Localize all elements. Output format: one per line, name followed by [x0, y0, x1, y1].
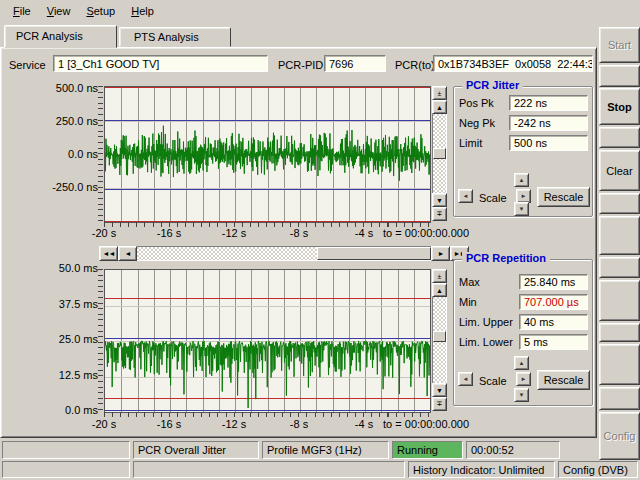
rescale-button[interactable]: Rescale	[537, 370, 590, 390]
readout-label: Neg Pk	[459, 117, 509, 129]
pcr-to-value-field: 0x1B734B3EF 0x0058 22:44:3	[433, 55, 593, 72]
vertical-scroll-thumb[interactable]	[433, 148, 446, 159]
softkey-blank[interactable]	[599, 280, 640, 321]
vertical-scroll-track[interactable]	[432, 297, 447, 383]
repetition-y-axis: 50.0 ms37.5 ms25.0 ms12.5 ms0.0 ms	[21, 48, 98, 437]
softkey-blank[interactable]	[599, 344, 640, 385]
rescale-button[interactable]: Rescale	[537, 187, 590, 207]
scale-expand-icon[interactable]: ±	[432, 269, 447, 283]
pcr-jitter-panel: PCR Jitter Pos Pk222 nsNeg Pk-242 nsLimi…	[453, 86, 593, 217]
readout-value: 5 ms	[519, 334, 588, 350]
readout-label: Limit	[459, 137, 509, 149]
scale-label: Scale	[479, 375, 507, 387]
vertical-scroll-track[interactable]	[432, 114, 447, 193]
pcr-pid-value-field: 7696	[324, 55, 386, 72]
scroll-up-icon[interactable]: ▲	[432, 283, 447, 297]
repetition-x-ruler	[104, 412, 429, 417]
chart-canvas	[105, 270, 430, 412]
chart-canvas	[105, 87, 430, 222]
scale-compress-icon[interactable]: ∓	[432, 397, 447, 411]
readout-value: 40 ms	[519, 314, 588, 330]
scroll-far-left-icon[interactable]: ◄◄	[99, 246, 118, 261]
status-measurement: PCR Overall Jitter	[133, 441, 259, 459]
status-cell-empty	[2, 461, 130, 478]
scale-left-button[interactable]: ◄	[458, 189, 473, 203]
scale-up-button[interactable]: ▲	[514, 173, 529, 187]
pcr-to-label: PCR(to)	[395, 59, 435, 71]
status-cell-empty	[2, 441, 130, 459]
softkey-separator	[599, 387, 640, 410]
scroll-down-icon[interactable]: ▼	[432, 383, 447, 397]
readout-row: Neg Pk-242 ns	[459, 113, 588, 133]
status-profile: Profile MGF3 (1Hz)	[262, 441, 389, 459]
readout-label: Lim. Lower	[459, 336, 519, 348]
softkey-stop[interactable]: Stop	[599, 88, 640, 125]
pcr-repetition-panel-title: PCR Repetition	[462, 252, 550, 264]
y-tick-label: 12.5 ms	[21, 369, 98, 381]
scale-right-button[interactable]: ►	[516, 372, 531, 386]
repetition-x-axis: -20 s-16 s-12 s-8 s-4 sto = 00:00:00.000	[1, 418, 598, 432]
status-run-state: Running	[392, 441, 463, 459]
readout-row: Max25.840 ms	[459, 272, 588, 292]
x-tick-label: -12 s	[204, 418, 264, 430]
scroll-left-icon[interactable]: ◄	[118, 246, 137, 261]
tab-pts-analysis[interactable]: PTS Analysis	[119, 27, 231, 47]
scale-left-button[interactable]: ◄	[458, 372, 473, 386]
readout-label: Max	[459, 276, 519, 288]
readout-label: Pos Pk	[459, 97, 509, 109]
x-tick-label: -8 s	[269, 227, 329, 239]
repetition-vertical-scrollbar: ± ▲ ▼ ∓	[432, 269, 447, 411]
pcr-jitter-readouts: Pos Pk222 nsNeg Pk-242 nsLimit500 ns	[459, 93, 588, 153]
pcr-pid-label: PCR-PID	[278, 59, 323, 71]
horizontal-scroll-thumb[interactable]	[317, 247, 431, 260]
scroll-down-icon[interactable]: ▼	[432, 193, 447, 207]
readout-row: Lim. Lower5 ms	[459, 332, 588, 352]
readout-value: 25.840 ms	[519, 274, 588, 290]
y-tick-label: 50.0 ms	[21, 262, 98, 274]
y-tick-label: 0.0 ms	[21, 404, 98, 416]
x-tick-label: -8 s	[269, 418, 329, 430]
status-history-indicator: History Indicator: Unlimited	[408, 461, 555, 478]
x-tick-label: -20 s	[74, 418, 134, 430]
softkey-blank[interactable]	[599, 216, 640, 255]
pcr-jitter-panel-title: PCR Jitter	[462, 79, 523, 91]
readout-value: -242 ns	[509, 115, 588, 131]
pcr-repetition-readouts: Max25.840 msMin707.000 µsLim. Upper40 ms…	[459, 272, 588, 352]
scroll-right-icon[interactable]: ►	[431, 246, 450, 261]
scale-expand-icon[interactable]: ±	[432, 86, 447, 100]
readout-value: 707.000 µs	[519, 294, 588, 310]
scroll-up-icon[interactable]: ▲	[432, 100, 447, 114]
scale-up-button[interactable]: ▲	[514, 356, 529, 370]
menu-bar: FileViewSetupHelp	[0, 0, 640, 22]
menu-setup[interactable]: Setup	[79, 2, 124, 20]
menu-file[interactable]: File	[6, 2, 40, 20]
readout-label: Lim. Upper	[459, 316, 519, 328]
status-cell-empty	[133, 461, 405, 478]
x-axis-end-time-label: to = 00:00:00.000	[369, 418, 469, 430]
pcr-jitter-plot	[104, 86, 431, 223]
pcr-repetition-panel: PCR Repetition Max25.840 msMin707.000 µs…	[453, 259, 593, 406]
readout-label: Min	[459, 296, 519, 308]
readout-row: Pos Pk222 ns	[459, 93, 588, 113]
scale-down-button[interactable]: ▼	[514, 202, 529, 216]
jitter-horizontal-scrollbar: ◄◄ ◄ ► ►►	[99, 246, 469, 261]
softkey-separator	[599, 193, 640, 214]
softkey-clear[interactable]: Clear	[599, 150, 640, 191]
scale-compress-icon[interactable]: ∓	[432, 207, 447, 221]
scale-label: Scale	[479, 192, 507, 204]
menu-view[interactable]: View	[40, 2, 80, 20]
softkey-separator	[599, 257, 640, 278]
readout-row: Limit500 ns	[459, 133, 588, 153]
softkey-start[interactable]: Start	[599, 27, 640, 63]
scale-down-button[interactable]: ▼	[514, 388, 529, 402]
horizontal-scroll-track[interactable]	[137, 246, 431, 261]
scale-right-button[interactable]: ►	[516, 189, 531, 203]
softkey-separator	[599, 323, 640, 342]
menu-help[interactable]: Help	[124, 2, 163, 20]
vertical-scroll-thumb[interactable]	[433, 331, 446, 342]
readout-row: Lim. Upper40 ms	[459, 312, 588, 332]
softkey-config[interactable]: Config	[599, 412, 640, 460]
jitter-vertical-scrollbar: ± ▲ ▼ ∓	[432, 86, 447, 221]
tab-pcr-analysis[interactable]: PCR Analysis	[4, 25, 117, 48]
x-axis-end-time-label: to = 00:00:00.000	[369, 227, 469, 239]
